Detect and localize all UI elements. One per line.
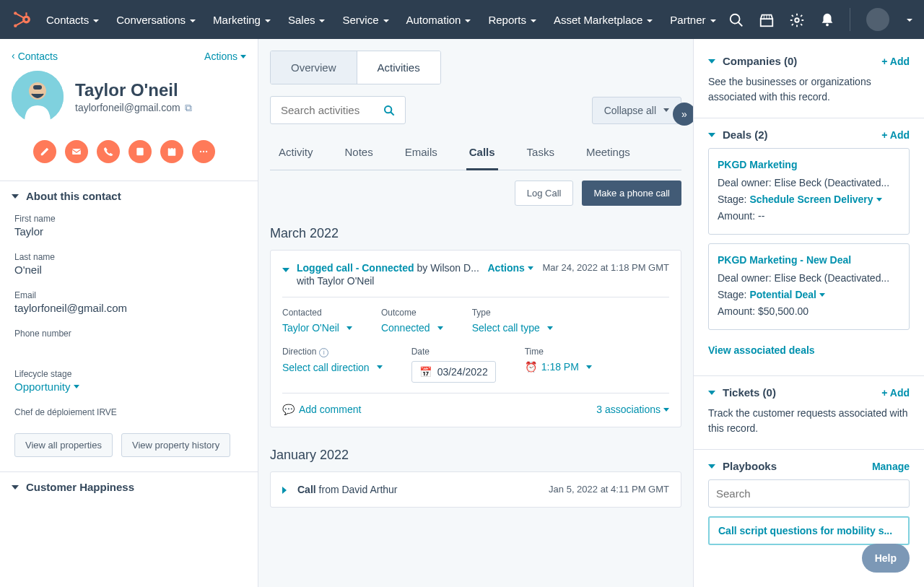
copy-email-icon[interactable]: ⧉ bbox=[185, 102, 192, 114]
card-actions-dropdown[interactable]: Actions bbox=[488, 262, 533, 274]
email-button[interactable] bbox=[65, 140, 88, 163]
deal-name[interactable]: PKGD Marketing - New Deal bbox=[718, 253, 900, 268]
svg-line-8 bbox=[738, 22, 743, 27]
tickets-add[interactable]: + Add bbox=[881, 387, 910, 399]
log-button[interactable] bbox=[128, 140, 152, 163]
sub-tab-meetings[interactable]: Meetings bbox=[583, 139, 633, 170]
marketplace-icon[interactable] bbox=[759, 12, 773, 27]
account-menu-caret[interactable] bbox=[905, 14, 912, 25]
sub-tab-activity[interactable]: Activity bbox=[276, 139, 316, 170]
task-button[interactable] bbox=[160, 140, 183, 163]
phone-value[interactable] bbox=[14, 340, 243, 355]
make-call-button[interactable]: Make a phone call bbox=[582, 181, 681, 206]
card-title: Logged call - Connected by Wilson D... A… bbox=[297, 262, 535, 274]
date-input[interactable]: 📅 03/24/2022 bbox=[411, 361, 496, 383]
deals-add[interactable]: + Add bbox=[881, 129, 910, 141]
info-icon[interactable]: i bbox=[319, 348, 328, 357]
svg-rect-20 bbox=[168, 148, 176, 156]
call-button[interactable] bbox=[97, 140, 120, 163]
nav-conversations[interactable]: Conversations bbox=[116, 14, 196, 26]
top-nav: Contacts Conversations Marketing Sales S… bbox=[0, 0, 924, 39]
deals-header[interactable]: Deals (2) bbox=[708, 129, 768, 141]
deal-stage-dropdown[interactable]: Schedule Screen Delivery bbox=[749, 192, 881, 207]
time-value[interactable]: ⏰ 1:18 PM bbox=[525, 361, 592, 373]
nav-automation[interactable]: Automation bbox=[406, 14, 471, 26]
call-card-march: Logged call - Connected by Wilson D... A… bbox=[270, 250, 681, 427]
tickets-header[interactable]: Tickets (0) bbox=[708, 386, 776, 399]
caret-down-icon bbox=[12, 485, 19, 493]
hubspot-logo-icon[interactable] bbox=[12, 9, 32, 30]
main-tabs: Overview Activities bbox=[270, 51, 441, 84]
sub-tab-tasks[interactable]: Tasks bbox=[524, 139, 557, 170]
contact-actions-dropdown[interactable]: Actions bbox=[204, 51, 246, 62]
companies-header[interactable]: Companies (0) bbox=[708, 55, 797, 67]
nav-marketing[interactable]: Marketing bbox=[213, 14, 271, 26]
nav-contacts[interactable]: Contacts bbox=[46, 14, 99, 26]
back-contacts-link[interactable]: ‹ Contacts bbox=[12, 51, 58, 62]
svg-rect-18 bbox=[72, 149, 81, 155]
playbook-item[interactable]: Call script questions for mobility s... bbox=[708, 516, 910, 545]
happiness-section-header[interactable]: Customer Happiness bbox=[0, 471, 258, 502]
clock-icon: ⏰ bbox=[525, 361, 537, 373]
card-subtitle: with Taylor O'Neil bbox=[297, 275, 535, 287]
playbooks-header[interactable]: Playbooks bbox=[708, 460, 777, 472]
expand-handle-icon[interactable]: » bbox=[673, 103, 693, 126]
svg-point-5 bbox=[14, 25, 17, 27]
tab-activities[interactable]: Activities bbox=[357, 51, 440, 84]
more-button[interactable] bbox=[192, 140, 215, 163]
lifecycle-label: Lifecycle stage bbox=[14, 369, 243, 379]
tab-overview[interactable]: Overview bbox=[271, 51, 357, 84]
about-section-header[interactable]: About this contact bbox=[0, 181, 258, 211]
search-icon[interactable] bbox=[383, 105, 395, 116]
svg-point-25 bbox=[206, 151, 207, 152]
calendar-icon: 📅 bbox=[419, 366, 432, 378]
user-avatar[interactable] bbox=[866, 8, 889, 31]
playbooks-manage[interactable]: Manage bbox=[872, 461, 910, 472]
collapse-all-button[interactable]: Collapse all bbox=[592, 97, 681, 124]
deal-card[interactable]: PKGD Marketing - New Deal Deal owner: El… bbox=[708, 243, 910, 330]
view-deals-link[interactable]: View associated deals bbox=[708, 339, 910, 362]
log-call-button[interactable]: Log Call bbox=[515, 181, 574, 206]
card-expand-icon[interactable] bbox=[282, 487, 290, 494]
email-value[interactable]: taylorfoneil@gmail.com bbox=[14, 302, 243, 314]
playbooks-search-input[interactable] bbox=[708, 479, 910, 508]
search-activities[interactable] bbox=[270, 96, 406, 124]
left-sidebar: ‹ Contacts Actions Taylor O'neil taylorf… bbox=[0, 39, 258, 587]
add-comment-button[interactable]: 💬 Add comment bbox=[282, 404, 361, 415]
deal-card[interactable]: PKGD Marketing Deal owner: Elise Beck (D… bbox=[708, 148, 910, 235]
lifecycle-value[interactable]: Opportunity bbox=[14, 381, 243, 393]
svg-rect-9 bbox=[761, 19, 773, 26]
svg-point-1 bbox=[25, 18, 27, 21]
caret-down-icon bbox=[708, 391, 715, 399]
nav-service[interactable]: Service bbox=[342, 14, 388, 26]
sub-tab-emails[interactable]: Emails bbox=[402, 139, 440, 170]
contacted-value[interactable]: Taylor O'Neil bbox=[282, 322, 352, 334]
sub-tab-calls[interactable]: Calls bbox=[466, 139, 498, 170]
chef-label: Chef de déploiement IRVE bbox=[14, 407, 243, 417]
direction-value[interactable]: Select call direction bbox=[282, 362, 383, 373]
nav-marketplace[interactable]: Asset Marketplace bbox=[554, 14, 653, 26]
nav-sales[interactable]: Sales bbox=[288, 14, 326, 26]
view-property-history-button[interactable]: View property history bbox=[121, 433, 230, 457]
associations-dropdown[interactable]: 3 associations bbox=[596, 404, 669, 415]
companies-add[interactable]: + Add bbox=[881, 56, 910, 67]
center-panel: Overview Activities » Collapse all Activ… bbox=[258, 39, 693, 587]
search-icon[interactable] bbox=[728, 12, 743, 27]
last-name-value[interactable]: O'neil bbox=[14, 264, 243, 276]
help-button[interactable]: Help bbox=[862, 544, 910, 573]
bell-icon[interactable] bbox=[819, 12, 834, 27]
search-input[interactable] bbox=[281, 104, 375, 116]
type-value[interactable]: Select call type bbox=[472, 322, 553, 334]
nav-partner[interactable]: Partner bbox=[670, 14, 715, 26]
first-name-value[interactable]: Taylor bbox=[14, 225, 243, 238]
deal-stage-dropdown[interactable]: Potential Deal bbox=[749, 287, 825, 303]
svg-point-23 bbox=[200, 151, 201, 152]
nav-reports[interactable]: Reports bbox=[488, 14, 536, 26]
deal-name[interactable]: PKGD Marketing bbox=[718, 157, 900, 173]
outcome-value[interactable]: Connected bbox=[381, 322, 443, 334]
view-all-properties-button[interactable]: View all properties bbox=[14, 433, 113, 457]
note-button[interactable] bbox=[33, 140, 56, 163]
gear-icon[interactable] bbox=[789, 12, 803, 27]
card-collapse-icon[interactable] bbox=[282, 268, 289, 276]
sub-tab-notes[interactable]: Notes bbox=[342, 139, 376, 170]
